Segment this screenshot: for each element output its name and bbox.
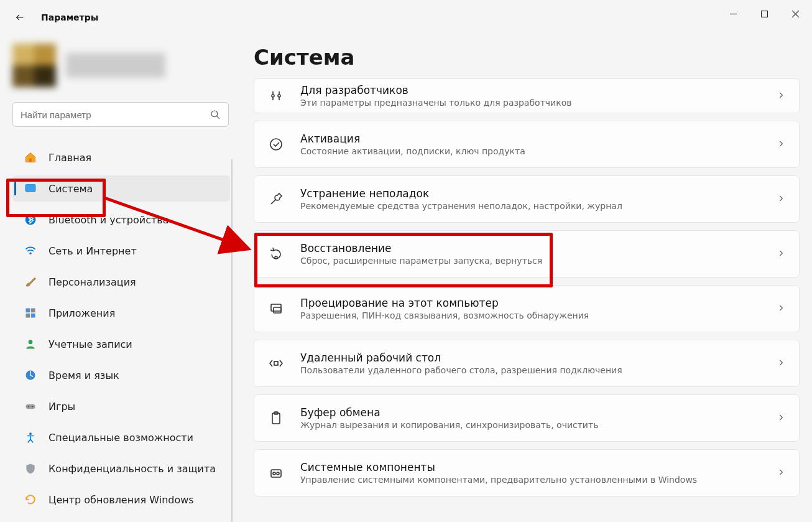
card-subtitle: Журнал вырезания и копирования, синхрони… <box>300 420 777 430</box>
remote-desktop-icon <box>268 355 284 371</box>
svg-point-25 <box>275 256 277 259</box>
svg-point-24 <box>270 139 282 150</box>
cast-icon <box>268 301 284 317</box>
wifi-icon <box>24 244 37 258</box>
card-developers[interactable]: Для разработчиков Эти параметры предназн… <box>254 78 800 113</box>
search-icon <box>210 109 221 120</box>
window-caption-buttons <box>719 0 812 27</box>
sidebar-item-label: Персонализация <box>48 276 136 288</box>
card-clipboard[interactable]: Буфер обмена Журнал вырезания и копирова… <box>254 394 800 442</box>
sidebar-item-time-language[interactable]: Время и язык <box>12 362 230 388</box>
maximize-button[interactable] <box>750 4 778 23</box>
chevron-right-icon <box>777 248 785 260</box>
clock-globe-icon <box>24 368 37 382</box>
card-title: Активация <box>300 133 777 145</box>
card-subtitle: Управление системными компонентами, пред… <box>300 475 777 485</box>
svg-rect-7 <box>29 159 31 162</box>
chevron-right-icon <box>777 193 785 205</box>
svg-rect-27 <box>274 307 281 313</box>
sidebar-item-privacy[interactable]: Конфиденциальность и защита <box>12 455 230 482</box>
svg-point-21 <box>29 432 32 435</box>
nav-list: Главная Система Bluetooth и устройства С… <box>12 144 230 518</box>
checkmark-circle-icon <box>268 136 284 152</box>
svg-point-22 <box>272 95 274 97</box>
chevron-right-icon <box>777 467 785 479</box>
person-icon <box>24 337 37 351</box>
search-input[interactable] <box>21 110 210 120</box>
card-subtitle: Рекомендуемые средства устранения непола… <box>300 201 777 211</box>
recovery-icon <box>268 246 284 262</box>
back-button[interactable] <box>12 10 27 25</box>
main-content: Система Для разработчиков Эти параметры … <box>254 45 800 522</box>
svg-point-16 <box>29 340 33 344</box>
sidebar-item-network[interactable]: Сеть и Интернет <box>12 238 230 264</box>
sidebar-item-label: Центр обновления Windows <box>48 494 194 506</box>
sidebar-item-accounts[interactable]: Учетные записи <box>12 331 230 357</box>
card-title: Системные компоненты <box>300 461 777 473</box>
sidebar-item-home[interactable]: Главная <box>12 144 230 170</box>
update-icon <box>24 493 37 506</box>
gamepad-icon <box>24 399 37 413</box>
sidebar-scrollbar[interactable] <box>231 159 233 522</box>
card-title: Восстановление <box>300 242 777 254</box>
card-subtitle: Сброс, расширенные параметры запуска, ве… <box>300 256 777 266</box>
minimize-button[interactable] <box>719 4 747 23</box>
svg-rect-14 <box>26 314 30 318</box>
card-system-components[interactable]: Системные компоненты Управление системны… <box>254 449 800 496</box>
sidebar-item-system[interactable]: Система <box>12 175 230 202</box>
sidebar: Главная Система Bluetooth и устройства С… <box>12 44 230 518</box>
sidebar-item-label: Главная <box>48 152 91 164</box>
avatar <box>12 44 56 87</box>
profile-name-redacted <box>66 53 165 78</box>
card-troubleshoot[interactable]: Устранение неполадок Рекомендуемые средс… <box>254 175 800 223</box>
card-recovery[interactable]: Восстановление Сброс, расширенные параме… <box>254 230 800 277</box>
svg-rect-13 <box>31 309 35 313</box>
sidebar-item-label: Учетные записи <box>48 338 132 350</box>
svg-point-19 <box>28 406 29 407</box>
sidebar-item-bluetooth[interactable]: Bluetooth и устройства <box>12 207 230 233</box>
sidebar-item-label: Время и язык <box>48 370 119 381</box>
components-icon <box>268 465 284 481</box>
page-title: Система <box>254 45 800 70</box>
svg-rect-15 <box>31 314 35 318</box>
profile-block[interactable] <box>12 44 230 87</box>
svg-rect-9 <box>26 185 35 191</box>
sidebar-item-personalization[interactable]: Персонализация <box>12 269 230 295</box>
apps-icon <box>24 306 37 320</box>
sidebar-item-label: Специальные возможности <box>48 432 193 444</box>
sidebar-item-windows-update[interactable]: Центр обновления Windows <box>12 487 230 513</box>
card-title: Для разработчиков <box>300 84 777 96</box>
sidebar-item-label: Система <box>48 183 93 195</box>
developers-icon <box>268 88 284 104</box>
close-button[interactable] <box>781 4 810 23</box>
chevron-right-icon <box>777 303 785 315</box>
card-title: Устранение неполадок <box>300 187 777 200</box>
svg-point-20 <box>32 406 33 407</box>
sidebar-item-gaming[interactable]: Игры <box>12 393 230 419</box>
clipboard-icon <box>268 410 284 426</box>
svg-point-23 <box>278 95 280 97</box>
sidebar-item-accessibility[interactable]: Специальные возможности <box>12 424 230 450</box>
home-icon <box>24 151 37 164</box>
chevron-right-icon <box>777 358 785 370</box>
sidebar-item-label: Bluetooth и устройства <box>48 214 169 226</box>
card-title: Буфер обмена <box>300 406 777 419</box>
sidebar-item-apps[interactable]: Приложения <box>12 300 230 326</box>
card-title: Удаленный рабочий стол <box>300 352 777 364</box>
sidebar-item-label: Конфиденциальность и защита <box>48 463 216 475</box>
card-title: Проецирование на этот компьютер <box>300 297 777 309</box>
card-subtitle: Эти параметры предназначены только для р… <box>300 98 777 108</box>
svg-rect-28 <box>274 361 278 365</box>
system-icon <box>24 182 37 195</box>
shield-icon <box>24 462 37 475</box>
sidebar-item-label: Приложения <box>48 307 115 319</box>
card-subtitle: Состояние активации, подписки, ключ прод… <box>300 146 777 156</box>
card-remote-desktop[interactable]: Удаленный рабочий стол Пользователи удал… <box>254 340 800 387</box>
accessibility-icon <box>24 431 37 444</box>
chevron-right-icon <box>777 90 785 102</box>
card-projecting[interactable]: Проецирование на этот компьютер Разрешен… <box>254 285 800 332</box>
search-input-wrapper[interactable] <box>12 102 229 127</box>
settings-card-list: Для разработчиков Эти параметры предназн… <box>254 78 800 496</box>
svg-line-6 <box>217 116 219 119</box>
card-activation[interactable]: Активация Состояние активации, подписки,… <box>254 121 800 168</box>
